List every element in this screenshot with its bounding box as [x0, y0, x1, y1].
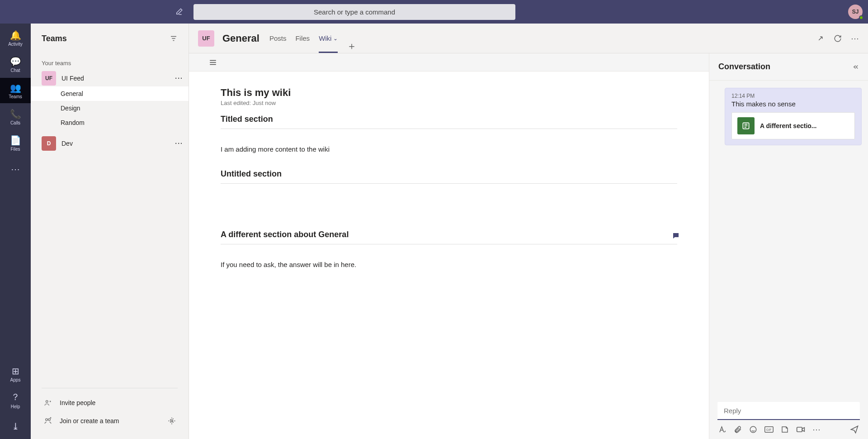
apps-icon: ⊞ — [12, 366, 19, 377]
phone-icon: 📞 — [10, 109, 21, 119]
team-avatar: UF — [42, 71, 56, 86]
presence-available-icon — [859, 15, 863, 20]
format-icon[interactable] — [718, 425, 726, 434]
rail-files[interactable]: 📄 Files — [0, 130, 31, 156]
team-avatar: D — [42, 136, 56, 151]
more-icon[interactable]: ⋯ — [812, 425, 821, 434]
gif-icon[interactable]: GIF — [764, 426, 774, 433]
meet-icon[interactable] — [796, 426, 805, 433]
reference-label: A different sectio... — [760, 122, 817, 129]
channel-title: General — [222, 33, 259, 44]
svg-text:GIF: GIF — [766, 428, 772, 431]
svg-rect-8 — [797, 427, 802, 432]
message-time: 12:14 PM — [731, 93, 855, 99]
rail-chat[interactable]: 💬 Chat — [0, 52, 31, 77]
rail-more[interactable]: ⋯ — [0, 157, 31, 182]
rail-calls[interactable]: 📞 Calls — [0, 104, 31, 129]
conversation-icon[interactable] — [672, 232, 680, 240]
sticker-icon[interactable] — [781, 425, 789, 434]
channel-avatar: UF — [198, 30, 214, 47]
your-teams-label: Your teams — [31, 53, 189, 70]
wiki-title[interactable]: This is my wiki — [221, 87, 677, 99]
tab-posts[interactable]: Posts — [269, 24, 287, 53]
section-title[interactable]: A different section about General — [221, 230, 677, 244]
team-dev[interactable]: D Dev ··· — [31, 135, 189, 152]
refresh-icon[interactable] — [834, 34, 842, 43]
svg-point-1 — [46, 419, 48, 421]
svg-point-0 — [46, 401, 48, 403]
rail-download[interactable]: ⤓ — [0, 414, 31, 439]
app-rail: 🔔 Activity 💬 Chat 👥 Teams 📞 Calls 📄 File… — [0, 24, 31, 439]
channel-random[interactable]: Random — [31, 115, 189, 130]
message-card[interactable]: 12:14 PM This makes no sense A different… — [725, 88, 862, 145]
join-icon — [43, 417, 52, 425]
section-body[interactable]: If you need to ask, the answer will be i… — [221, 254, 677, 285]
help-icon: ？ — [11, 391, 20, 403]
channel-header: UF General Posts Files Wiki ⌄ ＋ ⋯ — [189, 24, 868, 53]
compose-toolbar: GIF ⋯ — [717, 420, 860, 434]
search-input[interactable]: Search or type a command — [193, 4, 515, 20]
wiki-section[interactable]: A different section about General — [221, 230, 677, 244]
rail-apps[interactable]: ⊞ Apps — [0, 361, 31, 387]
attach-icon[interactable] — [734, 425, 742, 434]
rail-help[interactable]: ？ Help — [0, 387, 31, 413]
conversation-title: Conversation — [718, 62, 770, 72]
expand-icon[interactable] — [816, 34, 825, 43]
team-name: UI Feed — [61, 75, 84, 82]
team-uifeed[interactable]: UF UI Feed ··· — [31, 70, 189, 86]
download-icon: ⤓ — [12, 421, 19, 432]
wiki-last-edited: Last edited: Just now — [221, 100, 677, 106]
filter-icon[interactable] — [170, 34, 178, 43]
compose-button[interactable] — [172, 5, 186, 19]
bell-icon: 🔔 — [10, 30, 21, 41]
channel-design[interactable]: Design — [31, 101, 189, 115]
team-more-icon[interactable]: ··· — [175, 75, 183, 82]
gear-icon[interactable] — [168, 417, 176, 425]
close-icon[interactable] — [852, 63, 859, 71]
teams-title: Teams — [42, 34, 67, 43]
reply-input[interactable] — [717, 402, 860, 420]
tab-files[interactable]: Files — [295, 24, 310, 53]
emoji-icon[interactable] — [749, 425, 757, 434]
titlebar: Search or type a command SJ — [0, 0, 868, 24]
section-title[interactable]: Titled section — [221, 115, 677, 129]
section-title[interactable]: Untitled section — [221, 169, 677, 183]
wiki-section[interactable]: Untitled section — [221, 169, 677, 184]
section-body[interactable]: I am adding more content to the wiki — [221, 139, 677, 169]
more-icon[interactable]: ⋯ — [851, 33, 859, 43]
team-name: Dev — [61, 140, 73, 147]
invite-people[interactable]: Invite people — [31, 394, 189, 412]
wiki-section[interactable]: Titled section — [221, 115, 677, 129]
team-more-icon[interactable]: ··· — [175, 140, 183, 147]
chat-icon: 💬 — [10, 56, 21, 67]
join-create-team[interactable]: Join or create a team — [31, 412, 189, 430]
teams-panel: Teams Your teams UF UI Feed ··· General … — [31, 24, 189, 439]
teams-icon: 👥 — [10, 82, 21, 93]
hamburger-icon[interactable] — [209, 59, 217, 66]
svg-point-5 — [750, 426, 756, 433]
chevron-down-icon[interactable]: ⌄ — [333, 35, 338, 42]
svg-point-3 — [171, 420, 173, 422]
wiki-reference-icon — [737, 117, 755, 134]
invite-icon — [43, 399, 52, 407]
message-reference[interactable]: A different sectio... — [731, 112, 855, 139]
rail-teams[interactable]: 👥 Teams — [0, 78, 31, 103]
tab-wiki[interactable]: Wiki ⌄ — [319, 24, 338, 53]
message-text: This makes no sense — [731, 100, 855, 108]
rail-activity[interactable]: 🔔 Activity — [0, 25, 31, 51]
user-avatar[interactable]: SJ — [848, 5, 863, 19]
more-icon: ⋯ — [11, 164, 20, 175]
send-icon[interactable] — [850, 425, 859, 434]
add-tab-button[interactable]: ＋ — [347, 39, 357, 53]
file-icon: 📄 — [10, 135, 21, 146]
svg-point-2 — [48, 419, 51, 421]
channel-general[interactable]: General — [31, 86, 189, 101]
conversation-panel: Conversation 12:14 PM This makes no sens… — [709, 53, 868, 439]
section-body[interactable] — [221, 194, 677, 216]
wiki-page: This is my wiki Last edited: Just now Ti… — [189, 72, 709, 439]
